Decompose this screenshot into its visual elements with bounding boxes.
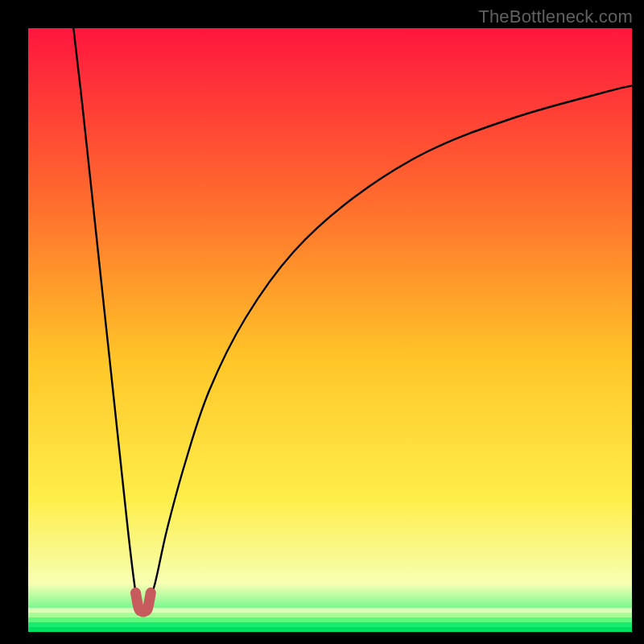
curve-left bbox=[73, 28, 140, 612]
curve-layer bbox=[28, 28, 632, 632]
notch-marker bbox=[136, 592, 151, 612]
plot-area bbox=[28, 28, 632, 632]
outer-frame: TheBottleneck.com bbox=[0, 0, 644, 644]
watermark-text: TheBottleneck.com bbox=[478, 6, 633, 27]
curve-right bbox=[146, 85, 632, 611]
